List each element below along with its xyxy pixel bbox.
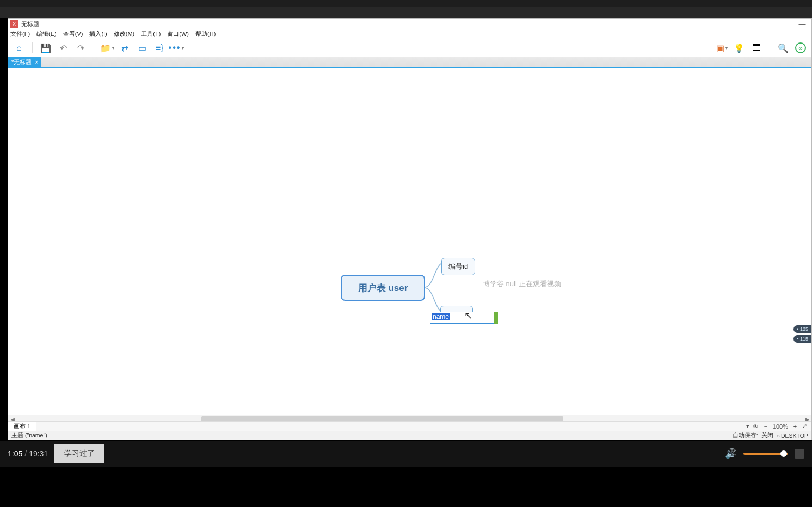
subtopic-id-text: 编号id bbox=[448, 262, 468, 270]
redo-button[interactable]: ↷ bbox=[73, 41, 88, 55]
search-button[interactable]: 🔍 bbox=[776, 41, 791, 55]
minimize-button[interactable]: — bbox=[795, 20, 809, 28]
share-button[interactable]: ∞ bbox=[793, 41, 808, 55]
menubar: 文件(F) 编辑(E) 查看(V) 插入(I) 修改(M) 工具(T) 窗口(W… bbox=[8, 29, 811, 39]
sheet-tab[interactable]: 画布 1 bbox=[8, 422, 36, 431]
float-tip-a: • 125 bbox=[793, 325, 811, 333]
zoom-value: 100% bbox=[773, 423, 788, 430]
subtopic-id[interactable]: 编号id bbox=[441, 258, 475, 275]
central-topic-text: 用户表 user bbox=[358, 282, 408, 294]
statusbar: 主题 ("name") 自动保存: 关闭 ○ DESKTOP bbox=[8, 431, 811, 440]
sheetbar: 画布 1 ▾ 👁 − 100% + ⤢ bbox=[8, 421, 811, 431]
zoom-out-button[interactable]: − bbox=[762, 423, 770, 430]
floating-indicator: • 125 • 115 bbox=[793, 325, 811, 345]
undo-button[interactable]: ↶ bbox=[56, 41, 71, 55]
learned-button[interactable]: 学习过了 bbox=[54, 444, 104, 463]
home-button[interactable]: ⌂ bbox=[11, 41, 27, 55]
menu-tools[interactable]: 工具(T) bbox=[141, 30, 161, 38]
autosave-label: 自动保存: bbox=[733, 432, 758, 440]
relationship-button[interactable]: ⇄ bbox=[117, 41, 132, 55]
video-time-total: 19:31 bbox=[29, 449, 48, 458]
video-time: 1:05/19:31 bbox=[8, 449, 48, 458]
eye-icon[interactable]: 👁 bbox=[753, 423, 759, 430]
topic-inline-editor[interactable]: name bbox=[430, 312, 495, 324]
topic-inline-editor-value: name bbox=[432, 313, 450, 320]
toolbar: ⌂ 💾 ↶ ↷ 📁 ⇄ ▭ ≡} ••• ▣ 💡 🗔 🔍 ∞ bbox=[8, 39, 811, 57]
outer-chrome-tabrow bbox=[0, 7, 812, 18]
central-topic[interactable]: 用户表 user bbox=[341, 275, 425, 301]
sheet-tab-label: 画布 1 bbox=[14, 423, 30, 429]
float-tip-b: • 115 bbox=[793, 335, 811, 343]
presentation-dropdown[interactable]: ▣ bbox=[714, 41, 729, 55]
zoom-in-button[interactable]: + bbox=[791, 423, 799, 430]
video-time-current: 1:05 bbox=[8, 449, 22, 458]
open-dropdown[interactable]: 📁 bbox=[100, 41, 115, 55]
menu-view[interactable]: 查看(V) bbox=[63, 30, 83, 38]
boundary-button[interactable]: ▭ bbox=[134, 41, 150, 55]
autosave-state[interactable]: 关闭 bbox=[761, 432, 773, 440]
share-icon: ∞ bbox=[795, 42, 806, 53]
video-settings-button[interactable] bbox=[795, 449, 804, 459]
menu-window[interactable]: 窗口(W) bbox=[167, 30, 189, 38]
menu-edit[interactable]: 编辑(E) bbox=[36, 30, 57, 38]
document-tabstrip: *无标题 × bbox=[8, 57, 811, 68]
menu-insert[interactable]: 插入(I) bbox=[89, 30, 107, 38]
window-title: 无标题 bbox=[21, 20, 39, 28]
menu-file[interactable]: 文件(F) bbox=[10, 30, 30, 38]
zoom-controls: ▾ 👁 − 100% + ⤢ bbox=[746, 423, 811, 430]
volume-knob[interactable] bbox=[780, 450, 787, 457]
summary-button[interactable]: ≡} bbox=[152, 41, 167, 55]
menu-help[interactable]: 帮助(H) bbox=[195, 30, 216, 38]
theme-button[interactable]: 🗔 bbox=[749, 41, 764, 55]
volume-icon[interactable]: 🔊 bbox=[725, 448, 737, 460]
filter-icon[interactable]: ▾ bbox=[746, 423, 749, 430]
document-tab-label: *无标题 bbox=[11, 58, 32, 66]
video-bottom-area bbox=[0, 467, 812, 507]
document-tab-close[interactable]: × bbox=[35, 59, 38, 65]
app-icon: X bbox=[10, 20, 18, 28]
topic-inline-editor-handle[interactable] bbox=[494, 312, 498, 324]
volume-slider[interactable] bbox=[743, 453, 788, 455]
video-controls: 1:05/19:31 学习过了 🔊 bbox=[0, 441, 812, 467]
idea-button[interactable]: 💡 bbox=[731, 41, 747, 55]
document-tab-active[interactable]: *无标题 × bbox=[8, 57, 41, 67]
status-selection: 主题 ("name") bbox=[11, 432, 47, 440]
more-dropdown[interactable]: ••• bbox=[169, 41, 184, 55]
menu-modify[interactable]: 修改(M) bbox=[114, 30, 135, 38]
xmind-window: X 无标题 — 文件(F) 编辑(E) 查看(V) 插入(I) 修改(M) 工具… bbox=[8, 18, 812, 440]
save-button[interactable]: 💾 bbox=[38, 41, 53, 55]
status-desktop: DESKTOP bbox=[781, 432, 808, 439]
zoom-fit-icon[interactable]: ⤢ bbox=[802, 423, 807, 430]
canvas[interactable]: 用户表 user 编号id name 博学谷 null 正在观看视频 ↖ bbox=[8, 68, 811, 415]
titlebar: X 无标题 — bbox=[8, 19, 811, 29]
watermark-text: 博学谷 null 正在观看视频 bbox=[483, 279, 561, 289]
